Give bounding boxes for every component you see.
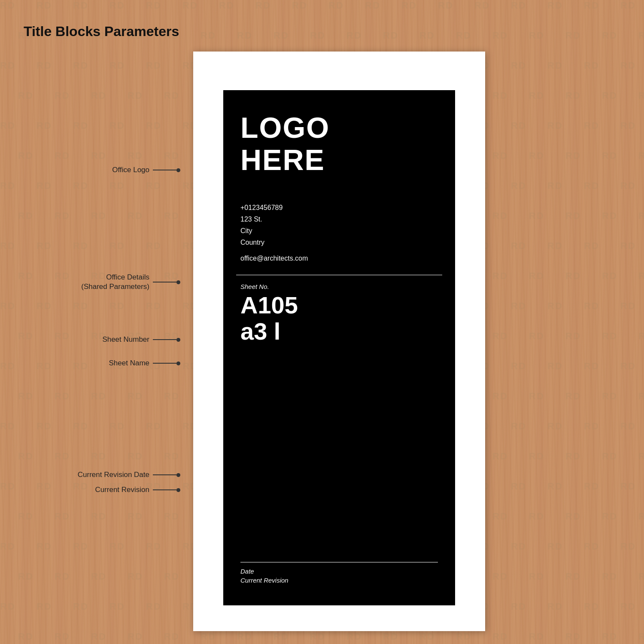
date-label: Date (240, 568, 438, 575)
paper-sheet: LOGO HERE +0123456789 123 St. City Count… (193, 52, 485, 631)
sheet-no-label: Sheet No. (240, 283, 438, 290)
sheet-number-section: Sheet No. A105 a3 l (236, 280, 442, 345)
page-title: Title Blocks Parameters (24, 24, 179, 39)
phone: +0123456789 (240, 202, 438, 213)
logo-text: LOGO HERE (240, 112, 438, 176)
bottom-section: Date Current Revision (236, 559, 442, 592)
sheet-name: a3 l (240, 318, 438, 345)
address2: City (240, 225, 438, 237)
logo-line1: LOGO (240, 112, 438, 144)
logo-section: LOGO HERE (236, 103, 442, 193)
title-block: LOGO HERE +0123456789 123 St. City Count… (223, 90, 455, 605)
divider-2 (240, 562, 438, 562)
email: office@architects.com (240, 252, 438, 264)
office-details-section: +0123456789 123 St. City Country office@… (236, 197, 442, 271)
current-revision-value: Current Revision (240, 577, 438, 584)
sheet-number: A105 (240, 292, 438, 319)
logo-line2: HERE (240, 144, 438, 176)
spacer (236, 345, 442, 559)
address3: Country (240, 237, 438, 248)
divider-1 (236, 275, 442, 275)
address1: 123 St. (240, 213, 438, 225)
